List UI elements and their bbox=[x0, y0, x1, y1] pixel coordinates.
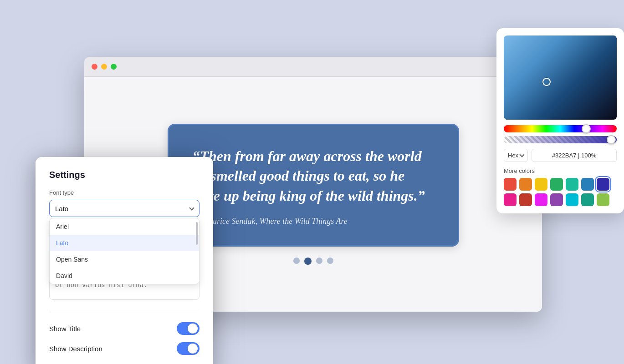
slide-dots bbox=[293, 258, 333, 265]
settings-title: Settings bbox=[49, 170, 199, 180]
swatch-teal[interactable] bbox=[566, 178, 578, 191]
swatch-dark-teal[interactable] bbox=[581, 193, 594, 206]
hue-slider-wrapper bbox=[504, 125, 617, 132]
color-gradient-area[interactable] bbox=[504, 35, 617, 120]
swatch-dark-blue[interactable] bbox=[597, 178, 609, 191]
color-format-label: Hex bbox=[508, 152, 518, 159]
color-format-select[interactable]: Hex bbox=[504, 149, 528, 162]
font-option-lato[interactable]: Lato bbox=[50, 235, 199, 251]
font-select-display[interactable]: Lato bbox=[49, 200, 199, 217]
swatch-red[interactable] bbox=[504, 178, 517, 191]
settings-panel: Settings Font type Lato Ariel Lato Open … bbox=[36, 157, 213, 364]
dot-2[interactable] bbox=[304, 258, 312, 265]
dot-1[interactable] bbox=[293, 258, 300, 264]
hex-value-display: #322BA7 | 100% bbox=[552, 152, 596, 159]
show-title-row: Show Title bbox=[49, 318, 199, 339]
hue-thumb[interactable] bbox=[582, 124, 591, 133]
show-description-label: Show Description bbox=[49, 345, 102, 353]
swatch-orange[interactable] bbox=[519, 178, 532, 191]
dot-3[interactable] bbox=[316, 258, 322, 264]
browser-titlebar bbox=[84, 57, 542, 77]
color-swatches bbox=[504, 178, 617, 206]
swatch-cyan[interactable] bbox=[566, 193, 578, 206]
font-selected-value: Lato bbox=[55, 205, 68, 212]
font-type-label: Font type bbox=[49, 189, 199, 196]
dot-4[interactable] bbox=[327, 258, 333, 264]
font-dropdown: Ariel Lato Open Sans David bbox=[49, 218, 199, 284]
show-title-toggle[interactable] bbox=[177, 322, 199, 335]
show-title-label: Show Title bbox=[49, 325, 81, 333]
color-cursor[interactable] bbox=[542, 78, 551, 86]
minimize-button[interactable] bbox=[101, 64, 107, 70]
swatch-green[interactable] bbox=[550, 178, 563, 191]
chevron-down-icon bbox=[189, 205, 194, 210]
swatch-blue[interactable] bbox=[581, 178, 594, 191]
alpha-slider-wrapper bbox=[504, 136, 617, 143]
swatch-purple[interactable] bbox=[550, 193, 563, 206]
alpha-thumb[interactable] bbox=[607, 135, 616, 144]
maximize-button[interactable] bbox=[111, 64, 117, 70]
swatch-light-green[interactable] bbox=[597, 193, 609, 206]
swatch-yellow[interactable] bbox=[535, 178, 547, 191]
swatch-dark-red[interactable] bbox=[519, 193, 532, 206]
show-description-row: Show Description bbox=[49, 339, 199, 359]
font-option-ariel[interactable]: Ariel bbox=[50, 218, 199, 235]
format-chevron-icon bbox=[519, 152, 524, 157]
show-description-toggle[interactable] bbox=[177, 342, 199, 355]
dropdown-scrollbar[interactable] bbox=[196, 222, 198, 245]
slide-author: — Maurice Sendak, Where the Wild Things … bbox=[193, 217, 434, 226]
swatch-row-2 bbox=[504, 193, 617, 206]
alpha-slider[interactable] bbox=[504, 136, 617, 143]
color-picker-panel: Hex #322BA7 | 100% More colors bbox=[496, 28, 624, 213]
settings-divider bbox=[49, 310, 199, 310]
swatch-pink[interactable] bbox=[504, 193, 517, 206]
more-colors-label: More colors bbox=[504, 167, 617, 174]
slide-quote: “Then from far away across the world he … bbox=[193, 147, 434, 206]
font-option-david[interactable]: David bbox=[50, 268, 199, 284]
font-select-wrapper: Lato Ariel Lato Open Sans David bbox=[49, 200, 199, 217]
hue-slider[interactable] bbox=[504, 125, 617, 132]
color-input-row: Hex #322BA7 | 100% bbox=[504, 149, 617, 162]
font-option-opensans[interactable]: Open Sans bbox=[50, 251, 199, 268]
swatch-magenta[interactable] bbox=[535, 193, 547, 206]
color-hex-input[interactable]: #322BA7 | 100% bbox=[532, 149, 617, 162]
close-button[interactable] bbox=[92, 64, 97, 70]
swatch-row-1 bbox=[504, 178, 617, 191]
